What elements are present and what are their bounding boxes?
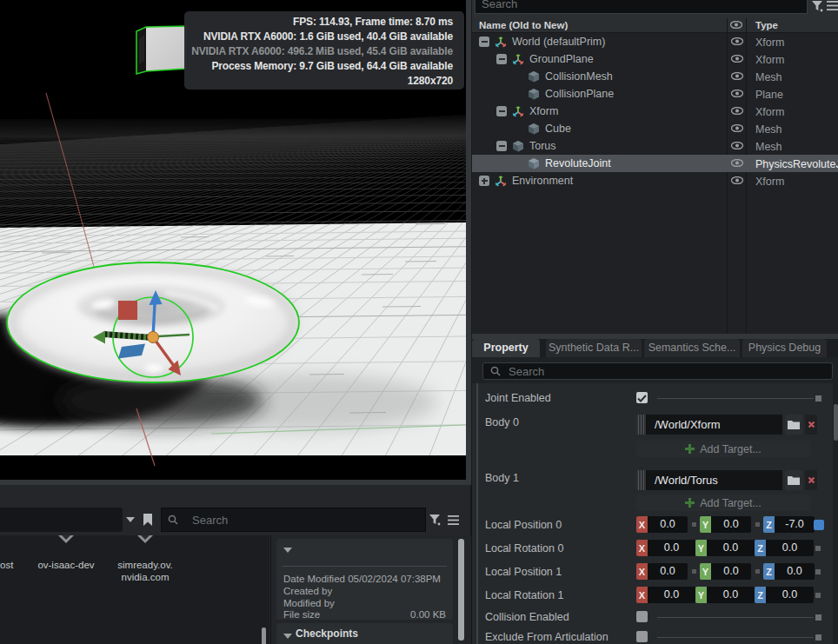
visibility-eye-icon[interactable] — [731, 176, 743, 184]
local-position-1-row: Local Position 1 X 0.0 Y 0.0 Z 0.0 — [472, 563, 833, 580]
visibility-eye-icon[interactable] — [731, 55, 743, 63]
collapse-triangle-icon[interactable] — [283, 634, 292, 639]
local-position-1-x-field[interactable]: 0.0 — [648, 563, 688, 580]
file-item-simready[interactable]: simready.ov. nvidia.com — [103, 535, 187, 596]
drag-handle[interactable] — [636, 470, 646, 490]
default-value-handle[interactable] — [815, 546, 821, 551]
file-item-localhost[interactable]: ost — [0, 535, 15, 596]
default-value-handle[interactable] — [815, 614, 821, 621]
tree-row-environment[interactable]: Environment Xform — [472, 172, 838, 189]
column-type[interactable]: Type — [755, 20, 778, 30]
tree-row-cube[interactable]: Cube Mesh — [472, 120, 838, 137]
changed-value-handle[interactable] — [814, 520, 824, 530]
prim-name: RevoluteJoint — [545, 157, 611, 169]
stage-filter-icon[interactable] — [812, 1, 824, 13]
visibility-eye-icon[interactable] — [731, 124, 743, 132]
tree-row-xform[interactable]: Xform Xform — [472, 103, 838, 120]
local-rotation-1-x-field[interactable]: 0.0 — [648, 587, 695, 603]
tab-property[interactable]: Property — [472, 339, 540, 357]
collision-enabled-checkbox[interactable] — [636, 611, 648, 622]
local-position-1-y-field[interactable]: 0.0 — [711, 563, 751, 580]
path-dropdown-button[interactable] — [123, 508, 138, 532]
collapse-triangle-icon[interactable] — [283, 548, 292, 553]
local-rotation-1-y-field[interactable]: 0.0 — [707, 587, 755, 603]
joint-enabled-checkbox[interactable] — [636, 392, 648, 403]
file-size-row: File size0.00 KB — [283, 609, 446, 620]
default-value-handle[interactable] — [815, 569, 821, 574]
path-field[interactable] — [0, 508, 123, 532]
visibility-eye-icon[interactable] — [731, 37, 743, 45]
tree-row-collisionplane[interactable]: CollisionPlane Plane — [472, 85, 838, 103]
field-separator — [688, 516, 700, 533]
local-rotation-0-z-field[interactable]: 0.0 — [766, 540, 814, 556]
cube-mesh[interactable] — [136, 26, 186, 74]
local-position-0-z-field[interactable]: -7.0 — [775, 516, 815, 533]
tree-row-groundplane[interactable]: GroundPlane Xform — [472, 50, 838, 68]
folder-icon — [788, 419, 800, 430]
details-scrollbar[interactable] — [458, 539, 464, 641]
add-target-1-button[interactable]: Add Target... — [636, 495, 810, 511]
tab-physics-debug[interactable]: Physics Debug — [742, 339, 827, 357]
stage-options-icon[interactable] — [827, 1, 838, 12]
default-value-handle[interactable] — [815, 593, 821, 598]
collapse-toggle[interactable] — [496, 106, 507, 116]
tree-row-collisionmesh[interactable]: CollisionMesh Mesh — [472, 68, 838, 85]
column-name[interactable]: Name (Old to New) — [479, 20, 568, 30]
visibility-eye-icon[interactable] — [731, 72, 743, 80]
default-value-handle[interactable] — [815, 395, 821, 402]
menu-icon — [448, 515, 459, 525]
expand-toggle[interactable] — [479, 176, 489, 186]
content-browser-body: ost ov-isaac-dev simready.ov. nvidia.com — [0, 535, 470, 644]
local-rotation-1-z-field[interactable]: 0.0 — [766, 587, 814, 603]
local-position-0-y-field[interactable]: 0.0 — [711, 516, 751, 533]
file-grid-scrollbar[interactable] — [262, 627, 266, 644]
options-button[interactable] — [445, 512, 461, 528]
prim-name: Environment — [512, 175, 573, 187]
body0-target-field[interactable]: /World/Xform — [646, 415, 782, 435]
add-target-0-row: Add Target... — [472, 441, 833, 457]
collapse-toggle[interactable] — [479, 37, 489, 47]
tree-row-torus[interactable]: Torus Mesh — [472, 137, 838, 155]
tab-synthetic-data[interactable]: Synthetic Data R... — [546, 339, 642, 357]
add-target-0-button[interactable]: Add Target... — [636, 441, 810, 457]
remove-target-button[interactable] — [805, 470, 817, 490]
local-position-0-x-field[interactable]: 0.0 — [648, 516, 688, 533]
content-search-input[interactable]: Search — [161, 508, 426, 532]
plus-icon — [685, 444, 695, 454]
viewport-3d[interactable]: FPS: 114.93, Frame time: 8.70 ms NVIDIA … — [0, 0, 466, 480]
panel-splitter-vertical[interactable] — [466, 0, 472, 485]
file-grid[interactable]: ost ov-isaac-dev simready.ov. nvidia.com — [0, 535, 269, 644]
property-search-input[interactable]: Search — [482, 362, 833, 380]
filter-button[interactable] — [428, 512, 443, 528]
browse-button[interactable] — [785, 415, 802, 435]
local-position-1-z-field[interactable]: 0.0 — [775, 563, 815, 580]
visibility-eye-icon[interactable] — [731, 159, 743, 167]
gizmo-origin-handle[interactable] — [148, 332, 159, 343]
search-icon — [490, 366, 501, 376]
drag-handle[interactable] — [636, 415, 646, 435]
local-rotation-0-y-field[interactable]: 0.0 — [707, 540, 755, 556]
axis-z-badge: Z — [755, 587, 766, 603]
body1-target-field[interactable]: /World/Torus — [646, 470, 782, 490]
tree-row-revolutejoint[interactable]: RevoluteJoint PhysicsRevoluteJ — [472, 155, 838, 172]
default-value-handle[interactable] — [815, 634, 821, 641]
collapse-toggle[interactable] — [496, 141, 507, 151]
body0-row: Body 0 /World/Xform — [472, 415, 833, 435]
remove-target-button[interactable] — [805, 415, 817, 435]
exclude-from-articulation-checkbox[interactable] — [636, 631, 648, 642]
browse-button[interactable] — [785, 470, 802, 490]
file-item-ov-isaac-dev[interactable]: ov-isaac-dev — [24, 535, 108, 596]
visibility-eye-icon[interactable] — [731, 107, 743, 115]
collapse-toggle[interactable] — [496, 54, 507, 64]
local-rotation-0-x-field[interactable]: 0.0 — [648, 540, 695, 556]
bookmark-button[interactable] — [140, 512, 156, 528]
stage-search-input[interactable]: Search — [475, 0, 808, 14]
gizmo-plane-handle-red[interactable] — [118, 301, 137, 320]
tab-semantics-schema[interactable]: Semantics Sche... — [644, 339, 740, 357]
tree-row-world[interactable]: World (defaultPrim) Xform — [472, 33, 838, 50]
visibility-eye-icon[interactable] — [731, 142, 743, 149]
property-scrollbar-thumb[interactable] — [834, 404, 838, 441]
file-size-value: 0.00 KB — [410, 609, 446, 620]
visibility-eye-icon[interactable] — [731, 90, 743, 97]
field-separator — [688, 563, 700, 580]
